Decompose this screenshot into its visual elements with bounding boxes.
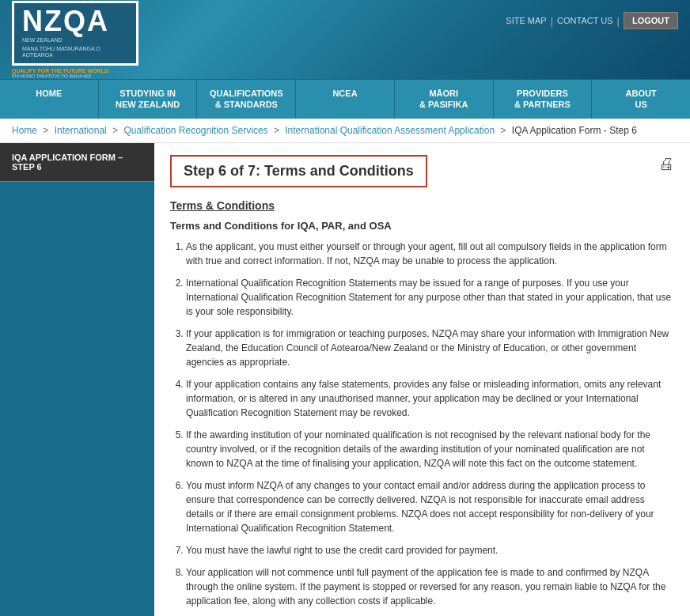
sidebar-step6[interactable]: IQA APPLICATION FORM – STEP 6	[0, 143, 154, 182]
tagline2: KIA NONO TAKATŪ KI TŌ ĀHUA AO!	[12, 74, 138, 78]
breadcrumb-sep1: >	[43, 125, 48, 136]
section-title: Terms & Conditions	[170, 199, 674, 212]
step-title-box: Step 6 of 7: Terms and Conditions	[170, 155, 427, 187]
nav-home[interactable]: HOME	[0, 80, 99, 119]
breadcrumb-international[interactable]: International	[55, 125, 107, 136]
logout-button[interactable]: LOGOUT	[624, 12, 678, 29]
nav-ncea[interactable]: NCEA	[296, 80, 395, 119]
terms-subheading: Terms and Conditions for IQA, PAR, and O…	[170, 220, 674, 232]
contact-us-link[interactable]: CONTACT US	[557, 16, 613, 25]
breadcrumb-qrs[interactable]: Qualification Recognition Services	[123, 125, 267, 136]
term-3: If your application is for immigration o…	[186, 327, 674, 369]
site-header: NZQA NEW ZEALAND MANA TOHU MATAURANGA O …	[0, 0, 690, 79]
term-5: If the awarding institution of your nomi…	[186, 428, 674, 471]
logo-area: NZQA NEW ZEALAND MANA TOHU MATAURANGA O …	[12, 1, 138, 77]
nav-about[interactable]: ABOUTUS	[592, 80, 690, 119]
sidebar: IQA APPLICATION FORM – STEP 6	[0, 143, 154, 616]
term-8: Your application will not commence until…	[186, 565, 674, 608]
breadcrumb-sep3: >	[274, 125, 279, 136]
header-nav: SITE MAP | CONTACT US | LOGOUT	[506, 12, 678, 29]
print-icon[interactable]: 🖨	[658, 155, 674, 173]
nav-divider2: |	[617, 15, 620, 27]
nav-providers[interactable]: PROVIDERS& PARTNERS	[494, 80, 593, 119]
logo-line1: NEW ZEALAND	[22, 37, 128, 43]
logo-line2: MANA TOHU MATAURANGA O AOTEAROA	[22, 46, 128, 59]
term-7: You must have the lawful right to use th…	[186, 543, 674, 557]
breadcrumb-current: IQA Application Form - Step 6	[512, 125, 637, 136]
breadcrumb: Home > International > Qualification Rec…	[0, 119, 690, 143]
breadcrumb-sep2: >	[112, 125, 118, 136]
term-2: International Qualification Recognition …	[186, 276, 674, 319]
nav-divider: |	[551, 15, 553, 27]
nav-qualifications[interactable]: QUALIFICATIONS& STANDARDS	[197, 80, 296, 119]
breadcrumb-sep4: >	[500, 125, 506, 136]
logo-box: NZQA NEW ZEALAND MANA TOHU MATAURANGA O …	[12, 1, 138, 65]
main-navigation: HOME STUDYING INNEW ZEALAND QUALIFICATIO…	[0, 79, 690, 119]
nav-maori[interactable]: MĀORI& PASIFIKA	[395, 80, 494, 119]
page-header-row: Step 6 of 7: Terms and Conditions 🖨	[170, 155, 674, 199]
term-1: As the applicant, you must either yourse…	[186, 240, 674, 268]
terms-list: As the applicant, you must either yourse…	[170, 240, 674, 616]
breadcrumb-iqa[interactable]: International Qualification Assessment A…	[285, 125, 495, 136]
nav-studying[interactable]: STUDYING INNEW ZEALAND	[99, 80, 198, 119]
term-6: You must inform NZQA of any changes to y…	[186, 478, 674, 535]
content-wrapper: IQA APPLICATION FORM – STEP 6 Step 6 of …	[0, 143, 690, 616]
main-content: Step 6 of 7: Terms and Conditions 🖨 Term…	[154, 143, 690, 616]
term-4: If your application contains any false s…	[186, 377, 674, 420]
site-map-link[interactable]: SITE MAP	[506, 16, 546, 25]
breadcrumb-home[interactable]: Home	[12, 125, 37, 136]
logo-text: NZQA	[22, 7, 128, 36]
step-title: Step 6 of 7: Terms and Conditions	[184, 163, 414, 180]
tagline1: QUALIFY FOR THE FUTURE WORLD	[12, 68, 138, 74]
